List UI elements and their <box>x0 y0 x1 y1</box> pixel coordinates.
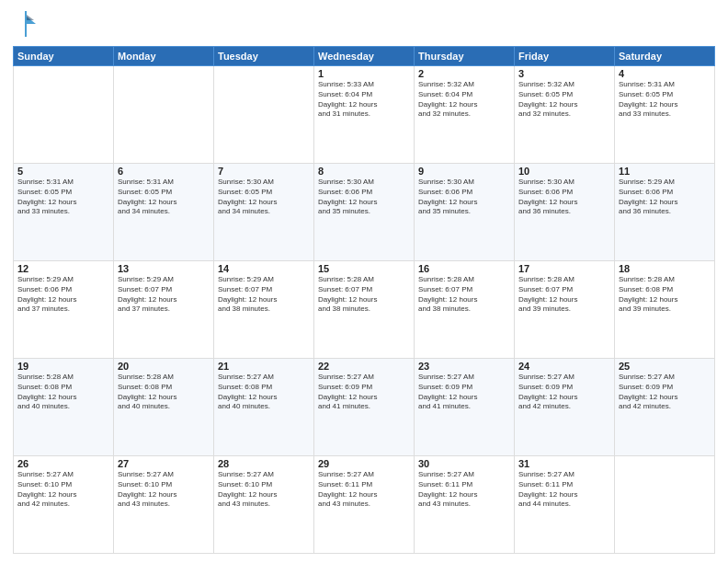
cell-info: Sunrise: 5:30 AM Sunset: 6:05 PM Dayligh… <box>218 178 310 217</box>
header <box>13 9 715 40</box>
calendar-cell: 26Sunrise: 5:27 AM Sunset: 6:10 PM Dayli… <box>14 456 114 554</box>
cell-day-number: 15 <box>318 263 410 274</box>
cell-day-number: 6 <box>118 166 210 177</box>
cell-info: Sunrise: 5:29 AM Sunset: 6:07 PM Dayligh… <box>218 275 310 315</box>
cell-day-number: 5 <box>17 166 109 177</box>
calendar-cell: 30Sunrise: 5:27 AM Sunset: 6:11 PM Dayli… <box>415 456 515 554</box>
calendar-week-row: 1Sunrise: 5:33 AM Sunset: 6:04 PM Daylig… <box>14 66 715 164</box>
calendar-cell: 25Sunrise: 5:27 AM Sunset: 6:09 PM Dayli… <box>615 359 715 456</box>
cell-day-number: 27 <box>118 458 210 469</box>
cell-day-number: 7 <box>218 166 310 177</box>
cell-info: Sunrise: 5:27 AM Sunset: 6:11 PM Dayligh… <box>418 470 510 510</box>
day-header-saturday: Saturday <box>615 47 715 66</box>
cell-day-number: 10 <box>518 166 610 177</box>
cell-info: Sunrise: 5:28 AM Sunset: 6:08 PM Dayligh… <box>118 373 210 412</box>
cell-day-number: 21 <box>218 361 310 372</box>
calendar-cell: 6Sunrise: 5:31 AM Sunset: 6:05 PM Daylig… <box>114 164 214 261</box>
calendar-cell: 29Sunrise: 5:27 AM Sunset: 6:11 PM Dayli… <box>314 456 415 554</box>
cell-day-number: 1 <box>318 68 410 79</box>
calendar-cell <box>114 66 214 164</box>
cell-info: Sunrise: 5:29 AM Sunset: 6:07 PM Dayligh… <box>118 275 210 315</box>
day-header-monday: Monday <box>114 47 214 66</box>
calendar-cell: 12Sunrise: 5:29 AM Sunset: 6:06 PM Dayli… <box>14 261 114 359</box>
cell-info: Sunrise: 5:27 AM Sunset: 6:11 PM Dayligh… <box>318 470 410 510</box>
calendar-table: SundayMondayTuesdayWednesdayThursdayFrid… <box>13 46 715 554</box>
cell-day-number: 2 <box>418 68 510 79</box>
cell-info: Sunrise: 5:33 AM Sunset: 6:04 PM Dayligh… <box>318 80 410 120</box>
calendar-cell <box>214 66 314 164</box>
cell-day-number: 23 <box>418 361 510 372</box>
cell-day-number: 20 <box>118 361 210 372</box>
svg-rect-0 <box>25 11 27 37</box>
day-header-tuesday: Tuesday <box>214 47 314 66</box>
calendar-cell: 15Sunrise: 5:28 AM Sunset: 6:07 PM Dayli… <box>314 261 415 359</box>
calendar-week-row: 19Sunrise: 5:28 AM Sunset: 6:08 PM Dayli… <box>14 359 715 456</box>
day-header-friday: Friday <box>515 47 615 66</box>
cell-day-number: 29 <box>318 458 410 469</box>
day-header-wednesday: Wednesday <box>314 47 415 66</box>
calendar-cell: 24Sunrise: 5:27 AM Sunset: 6:09 PM Dayli… <box>515 359 615 456</box>
cell-day-number: 13 <box>118 263 210 274</box>
cell-day-number: 30 <box>418 458 510 469</box>
cell-info: Sunrise: 5:27 AM Sunset: 6:09 PM Dayligh… <box>619 373 711 412</box>
calendar-cell <box>615 456 715 554</box>
calendar-cell <box>14 66 114 164</box>
cell-day-number: 31 <box>518 458 610 469</box>
cell-day-number: 14 <box>218 263 310 274</box>
cell-info: Sunrise: 5:30 AM Sunset: 6:06 PM Dayligh… <box>418 178 510 217</box>
cell-day-number: 28 <box>218 458 310 469</box>
calendar-cell: 11Sunrise: 5:29 AM Sunset: 6:06 PM Dayli… <box>615 164 715 261</box>
cell-info: Sunrise: 5:32 AM Sunset: 6:04 PM Dayligh… <box>418 80 510 120</box>
calendar-cell: 22Sunrise: 5:27 AM Sunset: 6:09 PM Dayli… <box>314 359 415 456</box>
calendar-cell: 9Sunrise: 5:30 AM Sunset: 6:06 PM Daylig… <box>415 164 515 261</box>
day-header-sunday: Sunday <box>14 47 114 66</box>
cell-day-number: 16 <box>418 263 510 274</box>
cell-info: Sunrise: 5:31 AM Sunset: 6:05 PM Dayligh… <box>619 80 711 120</box>
svg-marker-2 <box>27 15 34 20</box>
cell-day-number: 19 <box>17 361 109 372</box>
cell-info: Sunrise: 5:31 AM Sunset: 6:05 PM Dayligh… <box>118 178 210 217</box>
calendar-cell: 8Sunrise: 5:30 AM Sunset: 6:06 PM Daylig… <box>314 164 415 261</box>
cell-info: Sunrise: 5:27 AM Sunset: 6:09 PM Dayligh… <box>318 373 410 412</box>
cell-info: Sunrise: 5:32 AM Sunset: 6:05 PM Dayligh… <box>518 80 610 120</box>
calendar-cell: 14Sunrise: 5:29 AM Sunset: 6:07 PM Dayli… <box>214 261 314 359</box>
calendar-week-row: 5Sunrise: 5:31 AM Sunset: 6:05 PM Daylig… <box>14 164 715 261</box>
cell-info: Sunrise: 5:30 AM Sunset: 6:06 PM Dayligh… <box>318 178 410 217</box>
calendar-week-row: 12Sunrise: 5:29 AM Sunset: 6:06 PM Dayli… <box>14 261 715 359</box>
cell-info: Sunrise: 5:29 AM Sunset: 6:06 PM Dayligh… <box>619 178 711 217</box>
calendar-cell: 10Sunrise: 5:30 AM Sunset: 6:06 PM Dayli… <box>515 164 615 261</box>
cell-day-number: 18 <box>619 263 711 274</box>
cell-info: Sunrise: 5:29 AM Sunset: 6:06 PM Dayligh… <box>17 275 109 315</box>
calendar-cell: 2Sunrise: 5:32 AM Sunset: 6:04 PM Daylig… <box>415 66 515 164</box>
calendar-cell: 19Sunrise: 5:28 AM Sunset: 6:08 PM Dayli… <box>14 359 114 456</box>
cell-day-number: 17 <box>518 263 610 274</box>
cell-day-number: 22 <box>318 361 410 372</box>
cell-day-number: 24 <box>518 361 610 372</box>
cell-info: Sunrise: 5:27 AM Sunset: 6:10 PM Dayligh… <box>17 470 109 510</box>
calendar-cell: 4Sunrise: 5:31 AM Sunset: 6:05 PM Daylig… <box>615 66 715 164</box>
logo <box>13 9 36 40</box>
calendar-cell: 23Sunrise: 5:27 AM Sunset: 6:09 PM Dayli… <box>415 359 515 456</box>
cell-day-number: 3 <box>518 68 610 79</box>
calendar-cell: 16Sunrise: 5:28 AM Sunset: 6:07 PM Dayli… <box>415 261 515 359</box>
calendar-cell: 27Sunrise: 5:27 AM Sunset: 6:10 PM Dayli… <box>114 456 214 554</box>
calendar-cell: 17Sunrise: 5:28 AM Sunset: 6:07 PM Dayli… <box>515 261 615 359</box>
calendar-cell: 7Sunrise: 5:30 AM Sunset: 6:05 PM Daylig… <box>214 164 314 261</box>
calendar-cell: 1Sunrise: 5:33 AM Sunset: 6:04 PM Daylig… <box>314 66 415 164</box>
calendar-cell: 21Sunrise: 5:27 AM Sunset: 6:08 PM Dayli… <box>214 359 314 456</box>
cell-info: Sunrise: 5:27 AM Sunset: 6:10 PM Dayligh… <box>118 470 210 510</box>
calendar-cell: 28Sunrise: 5:27 AM Sunset: 6:10 PM Dayli… <box>214 456 314 554</box>
cell-info: Sunrise: 5:28 AM Sunset: 6:08 PM Dayligh… <box>619 275 711 315</box>
logo-bird-icon <box>16 11 36 40</box>
cell-day-number: 11 <box>619 166 711 177</box>
cell-info: Sunrise: 5:28 AM Sunset: 6:07 PM Dayligh… <box>518 275 610 315</box>
cell-info: Sunrise: 5:27 AM Sunset: 6:09 PM Dayligh… <box>518 373 610 412</box>
calendar-header-row: SundayMondayTuesdayWednesdayThursdayFrid… <box>14 47 715 66</box>
cell-day-number: 9 <box>418 166 510 177</box>
cell-info: Sunrise: 5:27 AM Sunset: 6:08 PM Dayligh… <box>218 373 310 412</box>
calendar-cell: 18Sunrise: 5:28 AM Sunset: 6:08 PM Dayli… <box>615 261 715 359</box>
cell-info: Sunrise: 5:28 AM Sunset: 6:08 PM Dayligh… <box>17 373 109 412</box>
cell-info: Sunrise: 5:31 AM Sunset: 6:05 PM Dayligh… <box>17 178 109 217</box>
cell-info: Sunrise: 5:30 AM Sunset: 6:06 PM Dayligh… <box>518 178 610 217</box>
calendar-week-row: 26Sunrise: 5:27 AM Sunset: 6:10 PM Dayli… <box>14 456 715 554</box>
